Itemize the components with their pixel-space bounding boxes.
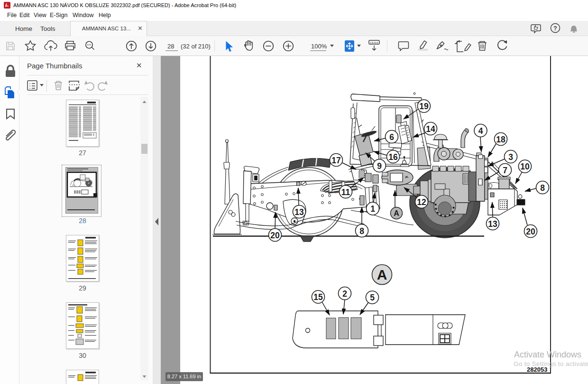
svg-text:4: 4: [478, 126, 483, 136]
svg-text:16: 16: [388, 152, 398, 162]
svg-text:20: 20: [526, 227, 535, 236]
svg-text:18: 18: [496, 135, 505, 144]
svg-text:8: 8: [540, 183, 545, 193]
svg-text:10: 10: [520, 162, 530, 171]
svg-text:(32 of 210): (32 of 210): [181, 43, 211, 50]
svg-text:100%: 100%: [311, 43, 327, 50]
svg-text:7: 7: [503, 166, 507, 175]
svg-text:11: 11: [341, 187, 350, 197]
svg-text:12: 12: [417, 197, 426, 207]
svg-text:2: 2: [342, 289, 347, 299]
svg-text:5: 5: [370, 293, 375, 302]
svg-text:17: 17: [331, 156, 340, 165]
svg-text:14: 14: [426, 124, 435, 134]
svg-text:A: A: [394, 209, 399, 217]
svg-text:15: 15: [313, 292, 323, 302]
svg-text:20: 20: [270, 231, 280, 240]
svg-text:3: 3: [508, 152, 513, 162]
svg-text:19: 19: [419, 102, 429, 111]
svg-text:1: 1: [370, 204, 375, 214]
svg-text:13: 13: [488, 219, 497, 229]
svg-text:28: 28: [167, 43, 174, 50]
svg-text:A: A: [377, 267, 387, 282]
svg-text:6: 6: [389, 132, 394, 142]
svg-text:?: ?: [553, 25, 557, 32]
svg-text:13: 13: [294, 207, 304, 217]
svg-text:8: 8: [359, 226, 364, 236]
svg-text:9: 9: [377, 161, 382, 171]
